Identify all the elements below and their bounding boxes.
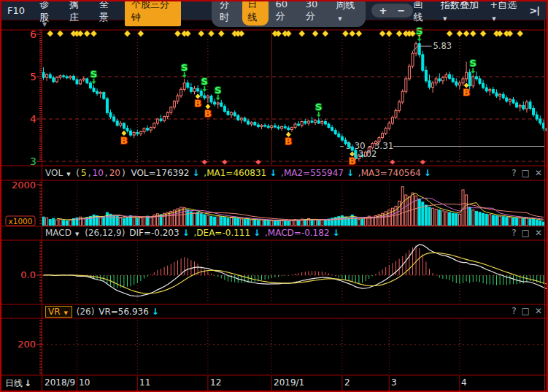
vol-indicator-label[interactable]: VOL▼ <box>45 168 72 178</box>
month-label: 4 <box>461 377 467 388</box>
tab-f10[interactable]: F10 <box>7 5 25 16</box>
toolbar-left-tabs: F10 诊股 擒庄 全景 <box>7 0 115 24</box>
svg-text:x1000: x1000 <box>9 217 33 226</box>
macd-indicator-label[interactable]: MACD▼ <box>45 228 80 238</box>
collapse-right-icon[interactable]: >| <box>529 5 539 16</box>
down-arrow-icon: ↓ <box>269 168 277 178</box>
vol-params: (5,10,20) <box>76 168 126 178</box>
month-label: 12 <box>210 377 221 388</box>
vol-panel-header: VOL▼ (5,10,20) VOL=176392↓ ,MA1=460831↓ … <box>45 168 433 178</box>
svg-text:S: S <box>90 69 97 80</box>
month-label: 10 <box>79 377 90 388</box>
chevron-down-icon: ▼ <box>338 16 341 22</box>
stock-3min-button[interactable]: 个股三分钟 <box>125 0 181 26</box>
zoom-in-button[interactable]: + <box>379 5 387 16</box>
help-icon[interactable]: ? <box>512 228 516 238</box>
timeframe-indicator[interactable]: 日线↓ <box>5 377 31 390</box>
toolbar: F10 诊股 擒庄 全景 个股三分钟 分时 日线 60分 30分 周线▼ + −… <box>1 1 547 20</box>
vol-ma3-value: ,MA3=740564 <box>358 168 421 178</box>
index-overlay-button[interactable]: 指数叠加▼ <box>441 0 479 23</box>
svg-text:S: S <box>215 85 221 96</box>
macd-dea-value: ,DEA=-0.111 <box>194 228 251 238</box>
svg-text:3.02: 3.02 <box>358 149 377 159</box>
svg-text:B: B <box>285 136 292 147</box>
svg-text:S: S <box>181 62 188 73</box>
toolbar-right: 画线 指数叠加▼ +自选▼ >| <box>413 0 539 24</box>
main-indicator-dropdown-icon[interactable]: ▼ <box>42 21 47 28</box>
svg-text:0.0: 0.0 <box>20 269 36 280</box>
period-fenshi[interactable]: 分时 <box>215 0 241 26</box>
month-label: 11 <box>139 377 150 388</box>
down-arrow-icon: ↓ <box>347 168 354 178</box>
svg-text:3: 3 <box>30 155 36 167</box>
svg-text:B: B <box>120 135 128 146</box>
vol-value: VOL=176392 <box>131 168 189 178</box>
month-label: 2 <box>344 377 350 388</box>
time-axis: 日线↓ 2018/9 10 11 12 2019/1 2 3 4 <box>0 376 548 391</box>
period-selector: 分时 日线 60分 30分 周线▼ <box>212 0 366 27</box>
macd-panel-buttons: ?□✕ <box>506 228 542 238</box>
macd-panel-header: MACD▼ (26,12,9) DIF=-0.203↓ ,DEA=-0.111↓… <box>45 228 341 238</box>
svg-text:200: 200 <box>18 339 36 350</box>
down-arrow-icon: ↓ <box>253 228 261 238</box>
period-zhouxian[interactable]: 周线▼ <box>331 0 362 24</box>
chevron-down-icon: ▼ <box>443 16 447 22</box>
svg-text:5.83: 5.83 <box>433 41 452 51</box>
close-icon[interactable]: ✕ <box>535 306 542 316</box>
chevron-down-icon: ▼ <box>64 310 68 316</box>
maximize-icon[interactable]: □ <box>522 168 530 178</box>
period-30min[interactable]: 30分 <box>301 0 329 24</box>
svg-text:5: 5 <box>30 71 36 82</box>
svg-text:S: S <box>315 101 322 112</box>
chart-canvas[interactable]: 3.30 - 3.31SSSSSSSBBBBBB5.833.0265432000… <box>0 0 548 392</box>
draw-line-button[interactable]: 画线 <box>413 0 430 24</box>
svg-text:B: B <box>194 98 201 109</box>
macd-macd-value: ,MACD=-0.182 <box>265 228 330 238</box>
close-icon[interactable]: ✕ <box>535 228 542 238</box>
chevron-down-icon: ▼ <box>75 231 79 237</box>
down-arrow-icon: ↓ <box>152 307 159 317</box>
macd-dif-value: DIF=-0.203 <box>129 228 179 238</box>
svg-text:S: S <box>201 76 208 87</box>
svg-text:B: B <box>204 108 212 119</box>
chevron-down-icon: ▼ <box>66 172 70 177</box>
close-icon[interactable]: ✕ <box>535 168 542 178</box>
chevron-down-icon: ▼ <box>492 16 495 22</box>
help-icon[interactable]: ? <box>512 306 516 316</box>
vol-ma1-value: ,MA1=460831 <box>204 168 266 178</box>
zoom-controls: + − <box>371 4 414 18</box>
add-watchlist-button[interactable]: +自选▼ <box>490 0 518 23</box>
zoom-out-button[interactable]: − <box>398 5 406 16</box>
vol-ma2-value: ,MA2=555947 <box>281 168 344 178</box>
vol-panel-buttons: ?□✕ <box>506 168 542 178</box>
svg-text:2000: 2000 <box>12 180 36 191</box>
svg-text:S: S <box>416 26 422 36</box>
down-arrow-icon: ↓ <box>192 168 199 178</box>
month-label: 3 <box>391 377 397 388</box>
svg-text:S: S <box>470 58 476 69</box>
tab-qinzhuang[interactable]: 擒庄 <box>69 0 85 24</box>
tab-zhengu[interactable]: 诊股 <box>39 0 55 24</box>
svg-text:B: B <box>463 87 470 98</box>
vr-panel-buttons: ?□✕ <box>506 306 542 316</box>
svg-text:B: B <box>349 155 356 166</box>
svg-text:6: 6 <box>30 28 36 40</box>
maximize-icon[interactable]: □ <box>522 306 530 316</box>
month-label: 2019/1 <box>274 377 304 388</box>
down-arrow-icon: ↓ <box>24 378 31 388</box>
vr-params: (26) <box>77 307 95 317</box>
vr-value: VR=56.936 <box>99 307 149 317</box>
month-label: 2018/9 <box>45 377 75 388</box>
help-icon[interactable]: ? <box>512 168 516 178</box>
tab-quanjing[interactable]: 全景 <box>99 0 115 24</box>
vr-panel-header: VR▼ (26) VR=56.936↓ <box>45 306 161 318</box>
down-arrow-icon: ↓ <box>424 168 431 178</box>
down-arrow-icon: ↓ <box>182 228 190 238</box>
macd-params: (26,12,9) <box>85 228 125 238</box>
maximize-icon[interactable]: □ <box>522 228 530 238</box>
svg-text:4: 4 <box>30 113 36 125</box>
down-arrow-icon: ↓ <box>333 228 340 238</box>
vr-indicator-label[interactable]: VR▼ <box>45 306 72 318</box>
period-60min[interactable]: 60分 <box>270 0 298 24</box>
period-rixian[interactable]: 日线 <box>242 0 269 26</box>
